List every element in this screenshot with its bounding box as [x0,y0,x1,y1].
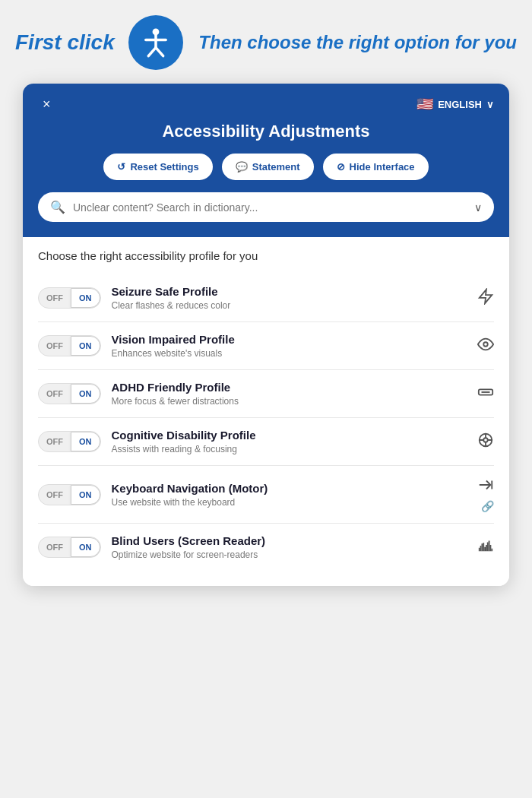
widget-title: Accessibility Adjustments [38,122,494,141]
toggle-seizure[interactable]: OFF ON [38,287,101,309]
profile-info-keyboard: Keyboard Navigation (Motor) Use website … [112,482,467,508]
svg-line-3 [148,48,156,56]
hide-label: Hide Interface [350,161,415,173]
adhd-icon [477,384,494,404]
toggle-vision[interactable]: OFF ON [38,335,101,356]
profile-item-seizure: OFF ON Seizure Safe Profile Clear flashe… [38,274,494,322]
statement-label: Statement [252,161,300,173]
keyboard-icon [477,477,494,497]
search-input[interactable] [73,201,467,214]
profile-info-vision: Vision Impaired Profile Enhances website… [112,333,467,359]
blind-icon [477,537,494,558]
language-chevron: ∨ [486,99,494,110]
svg-point-10 [483,438,488,442]
profile-item-cognitive: OFF ON Cognitive Disability Profile Assi… [38,418,494,466]
toggle-off-cognitive[interactable]: OFF [39,432,71,451]
keyboard-nav-icons: 🔗 [477,477,494,512]
first-click-label: First click [15,30,115,55]
hide-interface-button[interactable]: ⊘ Hide Interface [323,154,429,180]
header-top-row: × 🇺🇸 ENGLISH ∨ [38,96,494,112]
profile-name-adhd: ADHD Friendly Profile [112,381,467,394]
link-icon: 🔗 [481,500,494,512]
toggle-on-blind[interactable]: ON [71,537,100,557]
statement-icon: 💬 [236,161,248,173]
seizure-icon [477,288,494,309]
statement-button[interactable]: 💬 Statement [222,154,314,180]
profile-item-blind: OFF ON Blind Users (Screen Reader) Optim… [38,524,494,571]
profile-item-adhd: OFF ON ADHD Friendly Profile More focus … [38,370,494,418]
reset-label: Reset Settings [130,161,198,173]
reset-settings-button[interactable]: ↺ Reset Settings [103,154,212,180]
accessibility-widget: × 🇺🇸 ENGLISH ∨ Accessibility Adjustments… [23,84,509,586]
profile-info-blind: Blind Users (Screen Reader) Optimize web… [112,534,467,560]
hide-icon: ⊘ [337,161,345,173]
language-selector[interactable]: 🇺🇸 ENGLISH ∨ [416,96,494,112]
profile-name-seizure: Seizure Safe Profile [112,285,467,298]
profile-info-adhd: ADHD Friendly Profile More focus & fewer… [112,381,467,407]
toggle-off-adhd[interactable]: OFF [39,385,71,403]
search-chevron-icon: ∨ [474,201,482,214]
vision-icon [477,336,494,356]
widget-header: × 🇺🇸 ENGLISH ∨ Accessibility Adjustments… [23,84,509,237]
language-label: ENGLISH [438,99,482,110]
widget-body: Choose the right accessibility profile f… [23,237,509,586]
toggle-off-seizure[interactable]: OFF [39,289,71,307]
profile-name-keyboard: Keyboard Navigation (Motor) [112,482,467,495]
flag-icon: 🇺🇸 [416,96,433,112]
profile-name-vision: Vision Impaired Profile [112,333,467,346]
profile-desc-keyboard: Use website with the keyboard [112,497,467,508]
toggle-blind[interactable]: OFF ON [38,537,101,558]
toggle-on-adhd[interactable]: ON [71,384,100,404]
profile-desc-vision: Enhances website's visuals [112,348,467,359]
accessibility-logo [128,15,183,70]
search-bar: 🔍 ∨ [38,192,494,222]
toggle-cognitive[interactable]: OFF ON [38,431,101,452]
profile-name-blind: Blind Users (Screen Reader) [112,534,467,547]
profile-item-keyboard: OFF ON Keyboard Navigation (Motor) Use w… [38,466,494,524]
profile-desc-seizure: Clear flashes & reduces color [112,300,467,311]
action-buttons: ↺ Reset Settings 💬 Statement ⊘ Hide Inte… [38,154,494,180]
svg-line-4 [156,48,163,56]
toggle-on-cognitive[interactable]: ON [71,432,100,451]
toggle-off-blind[interactable]: OFF [39,538,71,556]
toggle-on-vision[interactable]: ON [71,336,100,356]
accessibility-icon [139,26,173,59]
profile-item-vision: OFF ON Vision Impaired Profile Enhances … [38,322,494,370]
search-icon: 🔍 [50,200,65,214]
then-choose-label: Then choose the right option for you [197,32,517,53]
svg-marker-5 [480,289,492,302]
profile-desc-blind: Optimize website for screen-readers [112,549,467,560]
profile-name-cognitive: Cognitive Disability Profile [112,429,467,442]
top-banner: First click Then choose the right option… [0,15,532,70]
profile-desc-cognitive: Assists with reading & focusing [112,444,467,454]
cognitive-icon [477,432,494,452]
section-title: Choose the right accessibility profile f… [38,249,494,262]
close-button[interactable]: × [38,96,55,112]
svg-point-6 [483,342,488,347]
profile-desc-adhd: More focus & fewer distractions [112,396,467,407]
toggle-off-keyboard[interactable]: OFF [39,486,71,504]
toggle-on-keyboard[interactable]: ON [71,485,100,505]
reset-icon: ↺ [117,161,125,173]
toggle-keyboard[interactable]: OFF ON [38,484,101,505]
profile-info-seizure: Seizure Safe Profile Clear flashes & red… [112,285,467,311]
toggle-off-vision[interactable]: OFF [39,337,71,355]
toggle-on-seizure[interactable]: ON [71,288,100,308]
toggle-adhd[interactable]: OFF ON [38,383,101,404]
profile-info-cognitive: Cognitive Disability Profile Assists wit… [112,429,467,454]
